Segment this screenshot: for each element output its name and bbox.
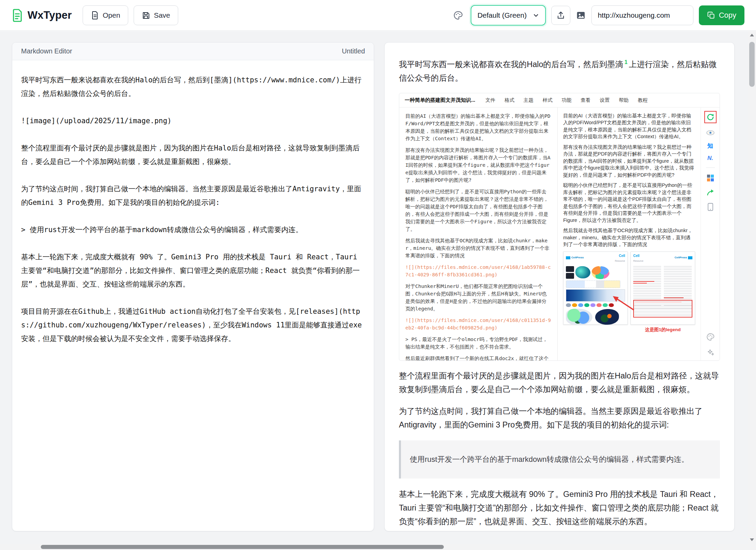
site-url-input[interactable] xyxy=(591,5,693,25)
editor-panel-header: Markdown Editor Untitled xyxy=(12,43,374,60)
embedded-preview-paragraph: 然后我就去寻找其他基于OCR的现成方案，比如说chunkr，maker，mine… xyxy=(563,227,695,248)
embedded-menu-item: 功能 xyxy=(562,93,572,107)
markdown-textarea[interactable]: 我平时写东西一般来说都喜欢在我的Halo的后台写，然后到[墨滴](https:/… xyxy=(12,60,374,358)
embedded-preview-paragraph: 那有没有办法实现图文并茂的结果输出呢？我之前想过一种办法，那就是把PDF的内容进… xyxy=(563,144,695,179)
paper-journal: Cell xyxy=(615,254,625,258)
embedded-source-paragraph: > PS，最近不是火了一个olmocr吗，专治野生PDF，我测试过，输出结果是纯… xyxy=(405,336,551,351)
main-area: Markdown Editor Untitled 我平时写东西一般来说都喜欢在我… xyxy=(0,31,756,550)
footnote-superscript[interactable]: 1 xyxy=(624,59,627,65)
open-button[interactable]: Open xyxy=(83,5,128,25)
preview-paragraph-2: 整个流程里面有个最讨厌的是步骤就是图片，因为我的图片在Halo后台是相对路径，这… xyxy=(399,369,720,396)
embedded-mdnice-screenshot: 一种简单的搭建图文并茂知识... 文件格式主题样式功能查看设置帮助教程 目前的A… xyxy=(399,93,720,361)
save-button-label: Save xyxy=(154,11,170,19)
embedded-source-paragraph: 对于Chunker和MinerU，他们都不能正常的把图给识别成一个图，Chunk… xyxy=(405,282,551,312)
embedded-menu-item: 格式 xyxy=(505,93,515,107)
export-upload-button[interactable] xyxy=(551,6,570,25)
save-button[interactable]: Save xyxy=(134,5,178,25)
horizontal-scrollbar-thumb[interactable] xyxy=(41,545,444,549)
copy-button-label: Copy xyxy=(719,11,736,20)
share-icon xyxy=(706,188,715,196)
open-file-icon xyxy=(91,11,99,20)
embedded-preview-column: 目前的AI（大语言模型）的输出基本上都是文字，即便你输入的PDF/Word/PP… xyxy=(558,108,701,361)
wechat-sync-icon-highlighted xyxy=(704,111,717,123)
scrollbar-corner xyxy=(748,544,756,550)
figure-legend-redbox xyxy=(633,300,692,318)
embedded-source-paragraph: 那有没有办法实现图文并茂的结果输出呢？我之前想过一种办法，那就是把PDF的内容进… xyxy=(405,146,551,184)
image-upload-icon[interactable] xyxy=(576,10,586,20)
embedded-source-paragraph: 目前的AI（大语言模型）的输出基本上都是文字，即便你输入的PDF/Word/PP… xyxy=(405,112,551,142)
embedded-doc-title: 一种简单的搭建图文并茂知识... xyxy=(405,93,475,107)
vertical-scrollbar[interactable] xyxy=(748,31,756,544)
figure-brain-ovals xyxy=(566,303,625,307)
embedded-toolbar: 一种简单的搭建图文并茂知识... 文件格式主题样式功能查看设置帮助教程 xyxy=(399,93,720,108)
zhihu-icon: 知 xyxy=(707,143,713,149)
figure-caption: 这是图1的legend xyxy=(631,326,695,334)
preview-eye-icon xyxy=(706,130,715,136)
app-logo-document-icon xyxy=(12,9,23,22)
scroll-down-arrow[interactable] xyxy=(748,536,756,544)
cellpress-logo-square xyxy=(566,256,570,259)
horizontal-scrollbar[interactable] xyxy=(0,544,748,550)
vertical-scrollbar-thumb[interactable] xyxy=(749,42,755,87)
preview-content: 我平时写东西一般来说都喜欢在我的Halo的后台写，然后到墨滴1上进行渲染，然后粘… xyxy=(385,43,734,528)
app-brand: WxTyper xyxy=(12,9,72,22)
preview-panel[interactable]: 我平时写东西一般来说都喜欢在我的Halo的后台写，然后到墨滴1上进行渲染，然后粘… xyxy=(384,42,735,531)
scroll-up-arrow[interactable] xyxy=(748,31,756,39)
preview-blockquote: 使用rust开发一个跨平台的基于markdown转成微信公众号的编辑器，样式需要… xyxy=(399,440,720,479)
embedded-source-paragraph: 聪明的小伙伴已经想到了，是不是可以直接用Python的一些库去解析，把标记为图片… xyxy=(405,188,551,233)
theme-palette-icon[interactable] xyxy=(453,10,463,20)
embedded-source-paragraph: 然后我就去寻找其他基于OCR的现成方案，比如说chunkr，maker，mine… xyxy=(405,237,551,259)
embedded-image-link-text: ![](https://files.mdnice.com/user/4168/c… xyxy=(405,317,551,331)
paper-page-left: CellPress CellResource xyxy=(563,252,628,325)
figure-flow-diagram xyxy=(566,280,620,288)
preview-paragraph-3: 为了节约这点时间，我打算自己做一个本地的编辑器。当然主要原因是最近谷歌推出了An… xyxy=(399,404,720,432)
figure-region-blob xyxy=(592,266,609,279)
app-header: WxTyper Open Save Default (Green) xyxy=(0,0,756,31)
n-platform-icon: N. xyxy=(707,155,713,161)
widgets-icon xyxy=(707,174,714,182)
embedded-source-paragraph: 然后最近刷群偶然看到了一个新的在线工具doc2x，就扛住了这个测 xyxy=(405,355,551,361)
upload-icon xyxy=(556,11,565,20)
embedded-menu-item: 主题 xyxy=(524,93,534,107)
theme-select[interactable]: Default (Green) xyxy=(471,5,546,26)
embedded-preview-texts: 目前的AI（大语言模型）的输出基本上都是文字，即便你输入的PDF/Word/PP… xyxy=(563,112,695,248)
embedded-menubar: 文件格式主题样式功能查看设置帮助教程 xyxy=(486,93,648,107)
figure-heatmap-strip xyxy=(566,289,625,302)
figure-map-blob xyxy=(575,266,590,278)
paper-thumbnails: CellPress CellResource xyxy=(563,252,695,325)
copy-button[interactable]: Copy xyxy=(699,5,744,25)
rail-divider xyxy=(706,167,715,168)
paper-brand: CellPress xyxy=(571,254,584,261)
open-button-label: Open xyxy=(103,11,120,19)
theme-select-value: Default (Green) xyxy=(477,11,527,19)
embedded-menu-item: 教程 xyxy=(638,93,648,107)
editor-panel-title: Markdown Editor xyxy=(21,47,72,55)
paper-page-right: CellResource CellPress xyxy=(631,252,695,325)
markdown-editor-panel: Markdown Editor Untitled 我平时写东西一般来说都喜欢在我… xyxy=(12,42,374,531)
embedded-menu-item: 帮助 xyxy=(619,93,629,107)
embedded-menu-item: 文件 xyxy=(486,93,495,107)
save-floppy-icon xyxy=(142,11,150,19)
palette-icon xyxy=(706,333,715,341)
embedded-preview-paragraph: 目前的AI（大语言模型）的输出基本上都是文字，即便你输入的PDF/Word/PP… xyxy=(563,112,695,140)
preview-paragraph-1: 我平时写东西一般来说都喜欢在我的Halo的后台写，然后到墨滴1上进行渲染，然后粘… xyxy=(399,55,720,85)
embedded-image-link-text: ![](https://files.mdnice.com/user/4168/1… xyxy=(405,263,551,278)
figure-bottom-map xyxy=(566,309,592,325)
document-title: Untitled xyxy=(342,47,365,55)
embedded-body: 目前的AI（大语言模型）的输出基本上都是文字，即便你输入的PDF/Word/PP… xyxy=(399,108,720,361)
sparkles-icon xyxy=(706,348,715,357)
figure-photo-thumb xyxy=(566,266,574,272)
chevron-down-icon xyxy=(533,12,539,18)
embedded-menu-item: 样式 xyxy=(543,93,553,107)
embedded-icon-rail: 知 N. xyxy=(701,108,720,361)
figure-bottom-brain xyxy=(595,309,619,325)
embedded-preview-paragraph: 聪明的小伙伴已经想到了，是不是可以直接用Python的一些库去解析，把标记为图片… xyxy=(563,182,695,224)
preview-paragraph-4: 基本上一轮跑下来，完成度大概就有 90% 了。Gemini3 Pro 用的技术栈… xyxy=(399,487,720,528)
embedded-source-column: 目前的AI（大语言模型）的输出基本上都是文字，即便你输入的PDF/Word/PP… xyxy=(399,108,558,361)
phone-icon xyxy=(707,203,714,211)
embedded-menu-item: 查看 xyxy=(581,93,591,107)
embedded-menu-item: 设置 xyxy=(600,93,610,107)
app-title: WxTyper xyxy=(28,9,72,21)
paper-section: Resource xyxy=(615,258,625,265)
copy-icon xyxy=(707,11,715,19)
